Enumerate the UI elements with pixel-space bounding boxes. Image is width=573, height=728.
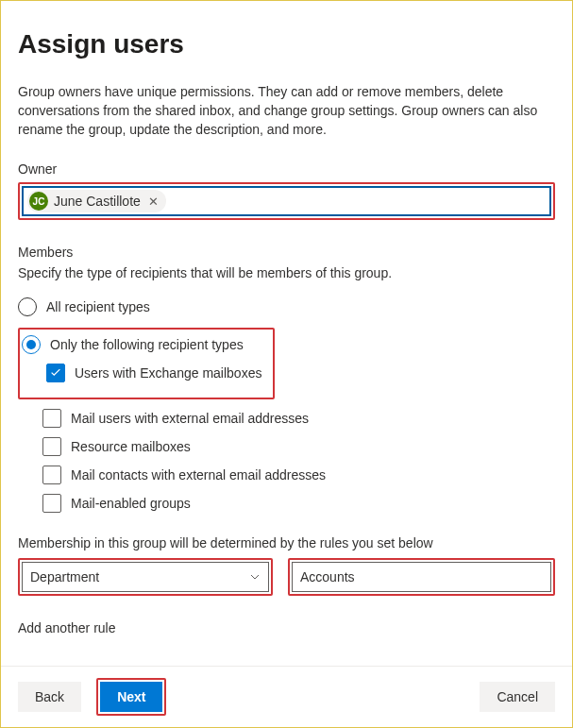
- back-button[interactable]: Back: [18, 682, 81, 712]
- checkbox-mailusers[interactable]: [42, 409, 61, 428]
- check-resource-row[interactable]: Resource mailboxes: [42, 437, 555, 456]
- check-exchange-row[interactable]: Users with Exchange mailboxes: [46, 364, 261, 382]
- rule-value-highlight: Accounts: [288, 558, 555, 596]
- cancel-button[interactable]: Cancel: [480, 682, 555, 712]
- radio-all[interactable]: [18, 297, 37, 316]
- checkbox-mailcontacts[interactable]: [42, 466, 61, 484]
- check-icon: [49, 366, 62, 380]
- checkbox-mailgroups[interactable]: [42, 494, 61, 513]
- radio-only-label: Only the following recipient types: [50, 337, 244, 352]
- owner-chip-label: June Castillote: [54, 194, 141, 209]
- chevron-down-icon: [249, 571, 261, 583]
- rule-attribute-highlight: Department: [18, 558, 273, 596]
- checkbox-exchange[interactable]: [46, 364, 65, 382]
- avatar: JC: [29, 192, 48, 211]
- members-label: Members: [18, 245, 555, 260]
- rule-value-text: Accounts: [300, 569, 355, 584]
- page-title: Assign users: [18, 29, 555, 59]
- add-rule-link[interactable]: Add another rule: [18, 620, 116, 635]
- radio-all-row[interactable]: All recipient types: [18, 297, 555, 316]
- radio-only-row[interactable]: Only the following recipient types: [22, 335, 261, 354]
- checkbox-resource[interactable]: [42, 437, 61, 456]
- rules-label: Membership in this group will be determi…: [18, 535, 555, 550]
- selected-types-highlight: Only the following recipient types Users…: [18, 328, 275, 399]
- members-description: Specify the type of recipients that will…: [18, 265, 555, 280]
- owner-label: Owner: [18, 161, 555, 177]
- check-mailusers-label: Mail users with external email addresses: [71, 411, 309, 426]
- check-mailgroups-row[interactable]: Mail-enabled groups: [42, 494, 555, 513]
- check-mailusers-row[interactable]: Mail users with external email addresses: [42, 409, 555, 428]
- rule-attribute-value: Department: [30, 569, 99, 584]
- owner-field-highlight: JC June Castillote ✕: [18, 182, 555, 220]
- rule-value-input[interactable]: Accounts: [292, 562, 551, 592]
- next-button-highlight: Next: [96, 678, 166, 716]
- owner-input[interactable]: JC June Castillote ✕: [22, 186, 551, 216]
- check-mailcontacts-label: Mail contacts with external email addres…: [71, 467, 326, 483]
- check-exchange-label: Users with Exchange mailboxes: [75, 365, 261, 381]
- check-mailcontacts-row[interactable]: Mail contacts with external email addres…: [42, 466, 555, 484]
- rule-attribute-select[interactable]: Department: [22, 562, 269, 592]
- footer: Back Next Cancel: [1, 666, 572, 727]
- radio-all-label: All recipient types: [46, 299, 150, 314]
- radio-only[interactable]: [22, 335, 41, 354]
- close-icon[interactable]: ✕: [146, 195, 160, 209]
- check-mailgroups-label: Mail-enabled groups: [71, 496, 191, 511]
- check-resource-label: Resource mailboxes: [71, 439, 191, 454]
- next-button[interactable]: Next: [100, 682, 162, 712]
- intro-text: Group owners have unique permissions. Th…: [18, 82, 555, 139]
- owner-chip: JC June Castillote ✕: [27, 190, 166, 212]
